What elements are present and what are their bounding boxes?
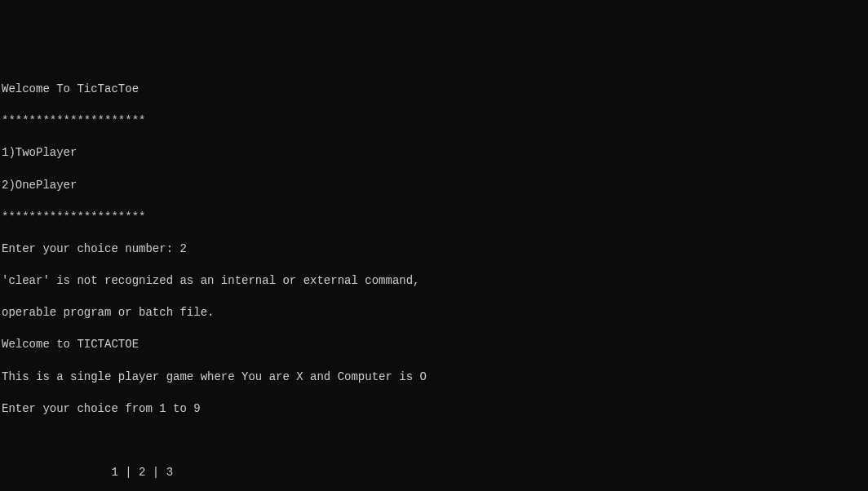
blank-line — [2, 433, 866, 449]
menu-option-twoplayer: 1)TwoPlayer — [2, 145, 866, 161]
welcome-subtitle: Welcome to TICTACTOE — [2, 337, 866, 353]
welcome-title: Welcome To TicTacToe — [2, 82, 866, 98]
menu-option-oneplayer: 2)OnePlayer — [2, 178, 866, 194]
error-message: operable program or batch file. — [2, 305, 866, 321]
game-description: This is a single player game where You a… — [2, 369, 866, 386]
terminal-output[interactable]: Welcome To TicTacToe *******************… — [2, 65, 866, 491]
reference-grid-row: 1 | 2 | 3 — [2, 465, 866, 481]
choice-prompt: Enter your choice number: 2 — [2, 241, 866, 258]
divider: ********************* — [2, 210, 866, 226]
range-prompt: Enter your choice from 1 to 9 — [2, 401, 866, 418]
divider: ********************* — [2, 113, 866, 130]
error-message: 'clear' is not recognized as an internal… — [2, 273, 866, 290]
